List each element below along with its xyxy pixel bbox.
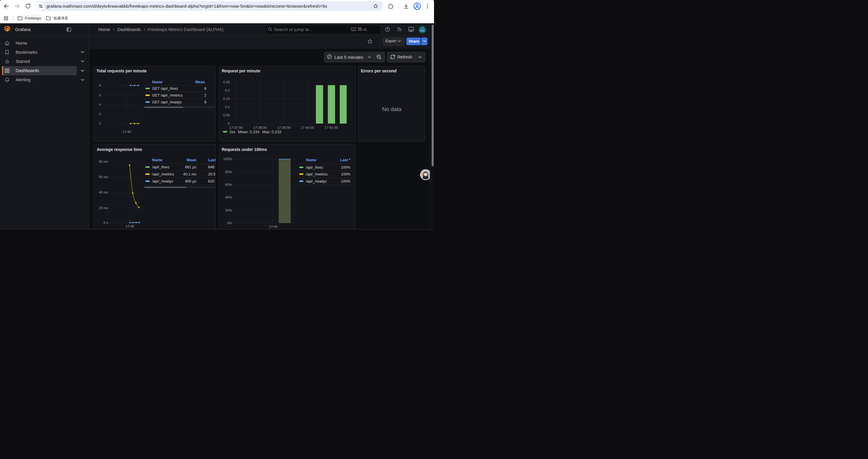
svg-text:6: 6 — [99, 83, 101, 87]
svg-text:80 ms: 80 ms — [99, 160, 108, 163]
svg-text:Max: 0.233: Max: 0.233 — [262, 130, 281, 134]
svg-text:80%: 80% — [225, 170, 231, 174]
svg-text:2: 2 — [99, 121, 101, 125]
svg-text:2xx: 2xx — [229, 130, 236, 134]
svg-text:17:41:00: 17:41:00 — [324, 126, 338, 129]
svg-text:0: 0 — [228, 121, 230, 125]
svg-text:4: 4 — [99, 102, 101, 106]
svg-text:17:39:00: 17:39:00 — [277, 126, 290, 129]
svg-text:3: 3 — [99, 112, 101, 116]
svg-text:20%: 20% — [225, 208, 231, 212]
svg-text:17:40: 17:40 — [126, 224, 134, 228]
svg-text:0 s: 0 s — [103, 221, 108, 225]
svg-text:0.25: 0.25 — [223, 80, 230, 84]
svg-text:40%: 40% — [225, 195, 231, 199]
svg-text:17:40:00: 17:40:00 — [301, 126, 314, 129]
svg-text:17:38:00: 17:38:00 — [253, 126, 267, 129]
svg-text:60%: 60% — [225, 183, 231, 186]
svg-text:0.15: 0.15 — [223, 97, 230, 100]
svg-text:17:40: 17:40 — [122, 130, 131, 133]
svg-text:0%: 0% — [227, 221, 232, 225]
svg-text:20 ms: 20 ms — [99, 206, 108, 210]
svg-text:0.2: 0.2 — [225, 88, 229, 92]
svg-text:0.1: 0.1 — [225, 105, 229, 109]
svg-text:Mean: 0.233: Mean: 0.233 — [238, 130, 259, 134]
svg-text:60 ms: 60 ms — [99, 175, 108, 179]
svg-text:100%: 100% — [223, 157, 232, 161]
svg-text:17:37:00: 17:37:00 — [229, 126, 243, 129]
svg-text:0.05: 0.05 — [223, 113, 230, 117]
svg-text:5: 5 — [99, 93, 101, 97]
svg-text:40 ms: 40 ms — [99, 190, 108, 194]
svg-text:17:40: 17:40 — [269, 225, 278, 228]
